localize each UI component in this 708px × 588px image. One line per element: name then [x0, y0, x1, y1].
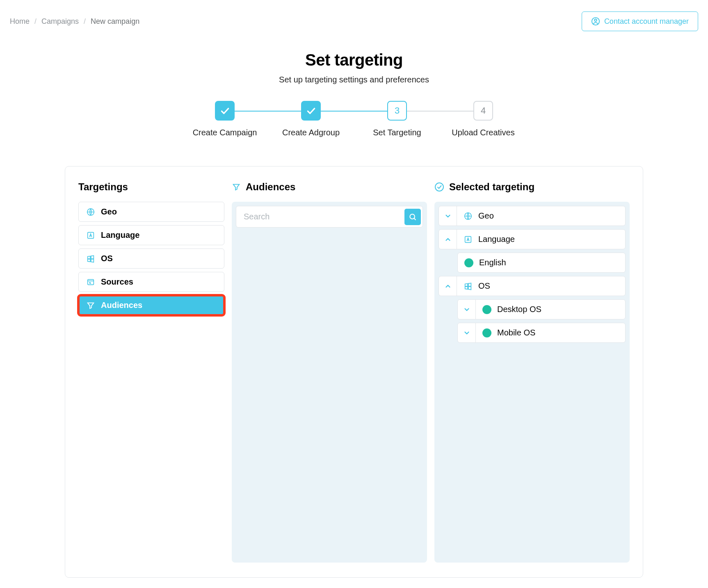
step-label: Set Targeting: [373, 128, 421, 137]
collapse-toggle[interactable]: [439, 276, 457, 296]
chevron-down-icon: [463, 306, 470, 313]
targetings-heading: Targetings: [78, 181, 224, 193]
selected-label: Mobile OS: [497, 328, 535, 337]
filter-icon: [232, 182, 241, 191]
contact-button-label: Contact account manager: [604, 17, 689, 26]
globe-icon: [86, 207, 95, 217]
step-number: 3: [387, 101, 407, 121]
selected-label: Geo: [478, 211, 494, 221]
language-icon: [86, 231, 95, 240]
selected-label: English: [479, 258, 506, 267]
targetings-column: Targetings Geo Language: [78, 181, 224, 563]
breadcrumb-current: New campaign: [91, 17, 139, 26]
step-create-campaign[interactable]: Create Campaign: [182, 101, 268, 137]
svg-rect-4: [88, 279, 94, 285]
globe-icon: [464, 212, 473, 221]
page-title: Set targeting: [10, 51, 698, 69]
step-set-targeting[interactable]: 3 Set Targeting: [354, 101, 440, 137]
step-label: Upload Creatives: [452, 128, 514, 137]
selected-label: Language: [478, 235, 515, 244]
targeting-label: OS: [101, 254, 113, 263]
sources-icon: [86, 278, 95, 287]
selected-heading: Selected targeting: [449, 181, 534, 193]
targeting-item-sources[interactable]: Sources: [78, 272, 224, 292]
breadcrumb-separator: /: [84, 17, 86, 26]
search-input[interactable]: [238, 208, 404, 226]
step-label: Create Adgroup: [282, 128, 340, 137]
selected-mobile-os-row: Mobile OS: [457, 323, 626, 343]
selected-label: Desktop OS: [497, 305, 541, 314]
svg-point-7: [435, 183, 443, 191]
breadcrumb-home[interactable]: Home: [10, 17, 30, 26]
svg-point-1: [594, 19, 597, 22]
targeting-label: Language: [101, 230, 139, 240]
chevron-down-icon: [444, 212, 452, 220]
status-dot-icon: [482, 305, 491, 314]
user-circle-icon: [591, 17, 600, 26]
selected-geo-row: Geo: [439, 206, 626, 226]
audiences-heading: Audiences: [246, 181, 295, 193]
windows-icon: [464, 282, 473, 291]
targeting-item-os[interactable]: OS: [78, 248, 224, 269]
check-icon: [306, 105, 316, 116]
targeting-label: Sources: [101, 277, 133, 287]
breadcrumb: Home / Campaigns / New campaign: [10, 17, 139, 26]
breadcrumb-campaigns[interactable]: Campaigns: [41, 17, 79, 26]
status-dot-icon: [482, 328, 491, 337]
audiences-column: Audiences: [232, 181, 427, 563]
svg-point-6: [410, 214, 415, 219]
selected-language-row: Language: [439, 229, 626, 249]
expand-toggle[interactable]: [458, 323, 476, 342]
selected-column: Selected targeting Geo: [434, 181, 630, 563]
targeting-item-audiences[interactable]: Audiences: [78, 295, 224, 315]
step-create-adgroup[interactable]: Create Adgroup: [268, 101, 354, 137]
selected-english-row[interactable]: English: [457, 253, 626, 273]
check-circle-icon: [434, 182, 444, 192]
chevron-up-icon: [444, 236, 452, 243]
page-subtitle: Set up targeting settings and preference…: [10, 75, 698, 84]
search-icon: [409, 213, 417, 221]
collapse-toggle[interactable]: [439, 230, 457, 249]
contact-account-manager-button[interactable]: Contact account manager: [582, 11, 698, 31]
targeting-item-geo[interactable]: Geo: [78, 202, 224, 222]
step-upload-creatives[interactable]: 4 Upload Creatives: [440, 101, 526, 137]
chevron-up-icon: [444, 283, 452, 290]
chevron-down-icon: [463, 329, 470, 337]
stepper: Create Campaign Create Adgroup 3 Set Tar…: [10, 101, 698, 137]
filter-icon: [86, 301, 95, 310]
targeting-item-language[interactable]: Language: [78, 225, 224, 245]
selected-os-row: OS: [439, 276, 626, 296]
breadcrumb-separator: /: [34, 17, 37, 26]
search-wrap: [236, 206, 423, 228]
targeting-label: Geo: [101, 207, 117, 217]
step-number: 4: [473, 101, 493, 121]
check-icon: [219, 105, 230, 116]
step-label: Create Campaign: [193, 128, 257, 137]
selected-label: OS: [478, 281, 490, 291]
search-button[interactable]: [404, 209, 421, 225]
expand-toggle[interactable]: [439, 206, 457, 226]
selected-desktop-os-row: Desktop OS: [457, 299, 626, 319]
status-dot-icon: [464, 258, 473, 267]
targeting-label: Audiences: [101, 301, 142, 310]
windows-icon: [86, 254, 95, 263]
language-icon: [464, 235, 473, 244]
expand-toggle[interactable]: [458, 300, 476, 319]
